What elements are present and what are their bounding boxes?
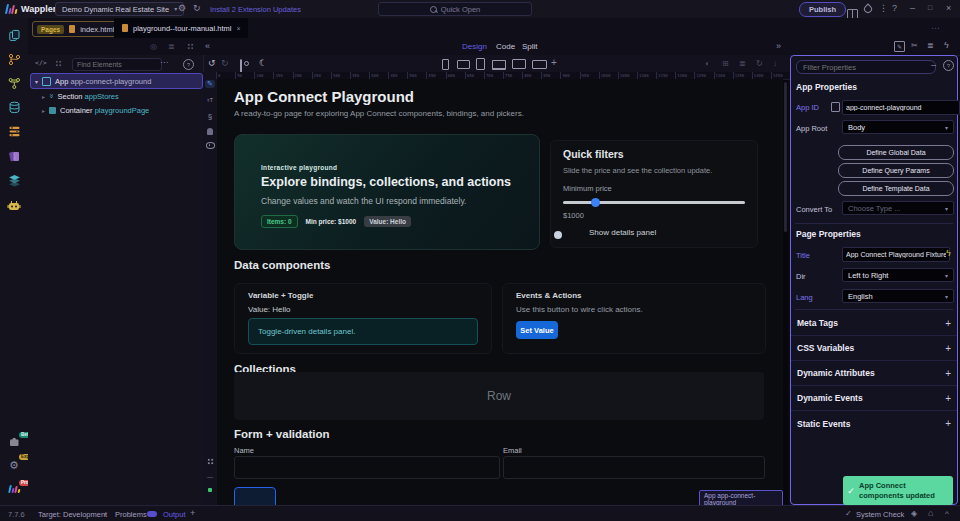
extension-updates-link[interactable]: Install 2 Extension Updates xyxy=(210,5,301,14)
tree-item-app[interactable]: ▾ App app-connect-playground xyxy=(30,73,203,89)
plus-icon[interactable]: + xyxy=(945,343,951,354)
undo-icon[interactable]: ↺ xyxy=(208,59,216,68)
sitemap-icon[interactable] xyxy=(55,60,62,67)
edit-panel-icon[interactable]: ✎ xyxy=(894,41,905,52)
dir-select[interactable]: Left to Right▾ xyxy=(842,268,954,282)
panel-minimize-icon[interactable]: – xyxy=(931,61,936,70)
dynamic-binding-lightning-icon[interactable]: ϟ xyxy=(946,248,951,258)
workflows-icon[interactable] xyxy=(7,76,21,90)
binding-picker-icon[interactable] xyxy=(831,102,840,112)
problems-tab[interactable]: Problems xyxy=(115,510,147,519)
dark-mode-moon-icon[interactable]: ☾ xyxy=(259,58,267,68)
grid-dots-icon[interactable] xyxy=(205,458,215,465)
set-value-button[interactable]: Set Value xyxy=(516,321,558,339)
close-window-icon[interactable]: × xyxy=(946,4,951,13)
droplet-icon[interactable] xyxy=(862,3,873,14)
device-phone-icon[interactable] xyxy=(442,59,449,70)
redo-icon[interactable]: ↻ xyxy=(221,59,229,68)
submit-button-clipped[interactable] xyxy=(234,487,276,505)
tab-code[interactable]: Code xyxy=(496,42,515,51)
device-tablet-icon[interactable] xyxy=(476,58,485,70)
tab-close-icon[interactable]: × xyxy=(236,25,240,32)
tab-playground-active[interactable]: playground--tour-manual.html × xyxy=(114,18,248,38)
name-field[interactable] xyxy=(234,456,500,479)
caret-right-icon[interactable]: ▸ xyxy=(42,93,45,100)
device-laptop-icon[interactable] xyxy=(492,60,506,70)
define-global-data-button[interactable]: Define Global Data xyxy=(838,145,954,160)
app-root-select[interactable]: Body▾ xyxy=(842,120,954,134)
slider-thumb[interactable] xyxy=(591,198,600,207)
gem-icon[interactable]: ◈ xyxy=(911,510,917,518)
edit-tool-icon[interactable]: ✎ xyxy=(205,80,215,88)
define-query-params-button[interactable]: Define Query Params xyxy=(838,163,954,178)
scissors-icon[interactable]: ✂ xyxy=(911,42,918,50)
canvas-scrollbar[interactable] xyxy=(783,80,788,504)
target-selector[interactable]: Target: Development xyxy=(38,510,107,519)
wappler-pro-icon[interactable]: Pro xyxy=(7,482,21,496)
design-panel-icon[interactable] xyxy=(7,149,21,163)
tree-more-icon[interactable]: ⋯ xyxy=(160,59,168,67)
panel-help-icon[interactable]: ? xyxy=(943,60,954,71)
home-icon[interactable]: ⌂ xyxy=(928,509,933,518)
help-icon[interactable]: ? xyxy=(892,4,897,13)
list-view-icon[interactable]: ≣ xyxy=(168,42,175,51)
record-icon[interactable]: ◎ xyxy=(150,42,157,51)
define-template-data-button[interactable]: Define Template Data xyxy=(838,181,954,196)
selected-element-tag[interactable]: App app-connect-playground xyxy=(699,490,783,505)
group-dynamic-attributes[interactable]: Dynamic Attributes+ xyxy=(791,361,957,386)
title-input[interactable] xyxy=(842,247,950,262)
plus-icon[interactable]: + xyxy=(945,368,951,379)
extensions-icon[interactable]: Beta xyxy=(7,434,21,448)
notification-toast[interactable]: ✓ App Connect components updated xyxy=(843,476,953,505)
lang-select[interactable]: English▾ xyxy=(842,289,954,303)
outline-list-icon[interactable]: ≣ xyxy=(739,59,746,68)
tabbar-more-icon[interactable]: ⋯ xyxy=(931,24,940,33)
group-static-events[interactable]: Static Events+ xyxy=(791,411,957,436)
settings-gear-icon[interactable]: ⚙ xyxy=(178,4,186,13)
maximize-icon[interactable]: □ xyxy=(928,4,932,11)
convert-to-select[interactable]: Choose Type ...▾ xyxy=(842,201,954,215)
layers-panel-icon[interactable]: ≣ xyxy=(927,42,934,50)
publish-button[interactable]: Publish xyxy=(799,2,846,17)
ai-assistant-icon[interactable] xyxy=(7,198,21,212)
update-icon[interactable]: ↻ xyxy=(193,4,201,13)
group-meta-tags[interactable]: Meta Tags+ xyxy=(791,311,957,336)
plus-icon[interactable]: + xyxy=(945,418,951,429)
experimental-gear-icon[interactable]: ⚙ xyxy=(7,458,21,472)
caret-down-icon[interactable]: ▾ xyxy=(35,78,38,85)
tree-item-section[interactable]: ▸ » Section appStores xyxy=(30,89,213,103)
tab-design[interactable]: Design xyxy=(462,42,487,51)
email-field[interactable] xyxy=(503,456,765,479)
download-icon[interactable]: ↓ xyxy=(773,59,777,68)
group-css-variables[interactable]: CSS Variables+ xyxy=(791,336,957,361)
minimize-icon[interactable]: – xyxy=(910,4,915,13)
project-selector[interactable]: Demo Dynamic Real Estate Site ▾ xyxy=(55,2,184,16)
output-tab[interactable]: Output xyxy=(163,510,186,519)
device-desktop-icon[interactable] xyxy=(512,59,526,69)
plus-icon[interactable]: + xyxy=(945,318,951,329)
filter-properties-input[interactable] xyxy=(796,60,936,74)
eye-tool-icon[interactable] xyxy=(205,142,215,149)
collapse-panel-icon[interactable]: « xyxy=(205,42,210,51)
add-panel-icon[interactable]: + xyxy=(190,509,195,518)
ghost-tool-icon[interactable] xyxy=(205,128,215,135)
pages-badge[interactable]: Pages xyxy=(37,25,64,34)
tab-index[interactable]: index.html xyxy=(80,25,114,34)
app-id-input[interactable] xyxy=(842,100,960,115)
quick-open-search[interactable]: Quick Open xyxy=(378,2,532,16)
lightning-icon[interactable]: ϟ xyxy=(944,41,949,50)
group-dynamic-events[interactable]: Dynamic Events+ xyxy=(791,386,957,411)
server-actions-icon[interactable] xyxy=(7,124,21,138)
device-phone-landscape-icon[interactable] xyxy=(457,60,470,69)
layers-icon[interactable] xyxy=(7,173,21,187)
caret-right-icon[interactable]: ▸ xyxy=(42,107,45,114)
grid-view-icon[interactable] xyxy=(187,43,194,50)
refresh-icon[interactable]: ↻ xyxy=(756,59,763,68)
price-slider[interactable] xyxy=(563,201,745,204)
row-placeholder[interactable]: Row xyxy=(234,372,764,420)
responsive-move-icon[interactable]: + xyxy=(551,57,557,68)
section-tool-icon[interactable]: § xyxy=(205,112,215,121)
tab-split[interactable]: Split xyxy=(522,42,538,51)
tree-item-container[interactable]: ▸ Container playgroundPage xyxy=(30,103,213,117)
text-tool-icon[interactable]: тT xyxy=(205,97,215,103)
